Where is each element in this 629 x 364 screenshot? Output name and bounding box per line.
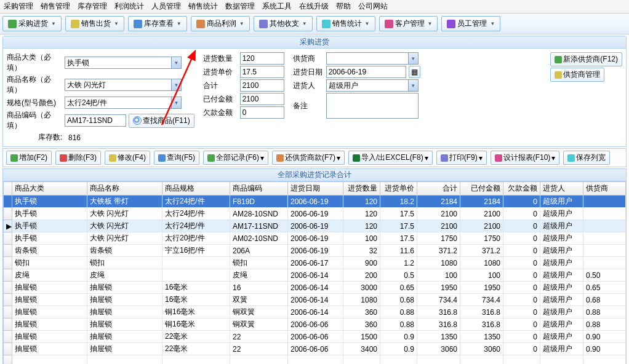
menu-item[interactable]: 公司网站: [358, 1, 388, 12]
calendar-button[interactable]: ▦: [409, 66, 420, 78]
dropdown-icon[interactable]: ▼: [408, 53, 418, 64]
action-bar: 增加(F2)删除(F3)修改(F4)查询(F5)全部记录(F6)▾还供货商款(F…: [2, 148, 627, 167]
menu-item[interactable]: 数据管理: [225, 1, 255, 12]
toolbar-button[interactable]: 销售出货▼: [65, 16, 124, 31]
table-row[interactable]: 抽屉锁抽屉锁铜16毫米铜双簧2006-06-063600.88316.8316.…: [4, 318, 626, 331]
column-header[interactable]: 合计: [417, 182, 460, 196]
table-row[interactable]: ▶执手锁大铁 闪光灯太行24把/件AM17-11SND2006-06-19120…: [4, 220, 626, 232]
dropdown-icon[interactable]: ▼: [171, 97, 181, 108]
chevron-down-icon: ▾: [551, 154, 555, 162]
dropdown-icon[interactable]: ▼: [171, 57, 181, 68]
table-row[interactable]: 执手锁大铁板 带灯太行24把/件F819D2006-06-1912018.221…: [4, 196, 626, 208]
table-row[interactable]: 抽屉锁抽屉锁铜16毫米铜双簧2006-06-143600.88316.8316.…: [4, 306, 626, 318]
add-supplier-button[interactable]: 新添供货商(F12): [550, 52, 622, 66]
action-button[interactable]: 查询(F5): [154, 151, 199, 165]
table-row[interactable]: 皮绳皮绳皮绳2006-06-142000.51001000超级用户0.50: [4, 269, 626, 282]
dropdown-icon[interactable]: ▼: [408, 80, 418, 91]
action-button[interactable]: 还供货商款(F7)▾: [272, 151, 345, 165]
column-header[interactable]: 进货单价: [380, 182, 417, 196]
table-row[interactable]: 齿条锁齿条锁宇立16把/件206A2006-06-193211.6371.237…: [4, 245, 626, 257]
toolbar-icon: [322, 20, 331, 28]
toolbar-icon: [447, 20, 455, 28]
name-select[interactable]: [65, 79, 182, 91]
action-button[interactable]: 导入/出EXCEL(F8)▾: [348, 151, 433, 165]
price-input[interactable]: [240, 66, 284, 78]
action-button[interactable]: 删除(F3): [55, 151, 101, 165]
find-product-button[interactable]: 查找商品(F11): [129, 114, 194, 128]
menu-item[interactable]: 销售管理: [41, 1, 70, 12]
action-button[interactable]: 增加(F2): [6, 151, 52, 165]
chevron-down-icon: ▼: [302, 21, 307, 26]
label-category: 商品大类（必填）: [7, 52, 62, 73]
date-input[interactable]: [326, 66, 406, 78]
toolbar-button[interactable]: 商品利润▼: [191, 16, 250, 31]
column-header[interactable]: 商品编码: [230, 182, 288, 196]
column-header[interactable]: 进货人: [540, 182, 583, 196]
label-supplier: 供货商: [293, 53, 324, 64]
supplier-mgr-button[interactable]: 供货商管理: [550, 68, 604, 82]
menu-item[interactable]: 销售统计: [188, 1, 218, 12]
form-area: 商品大类（必填） ▼ 商品名称（必填） ▼ 规格(型号颜色) ▼ 商品编码（必填…: [2, 49, 627, 147]
toolbar-button[interactable]: 员工管理▼: [441, 16, 500, 31]
column-header[interactable]: 进货数量: [343, 182, 380, 196]
chevron-down-icon: ▼: [428, 21, 433, 26]
action-button[interactable]: 全部记录(F6)▾: [203, 151, 268, 165]
menu-item[interactable]: 库存管理: [78, 1, 107, 12]
action-button[interactable]: 修改(F4): [105, 151, 150, 165]
column-header[interactable]: 已付金额: [460, 182, 503, 196]
table-row[interactable]: 锁扣锁扣锁扣2006-06-179001.2108010800超级用户: [4, 257, 626, 269]
column-header[interactable]: 商品名称: [87, 182, 162, 196]
code-input[interactable]: [65, 114, 126, 127]
label-remark: 备注: [293, 101, 324, 111]
menu-item[interactable]: 在线升级: [299, 1, 329, 12]
dropdown-icon[interactable]: ▼: [171, 79, 181, 90]
table-row[interactable]: 抽屉锁抽屉锁16毫米162006-06-1430000.65195019500超…: [4, 282, 626, 294]
action-icon: [109, 154, 116, 162]
supplier-select[interactable]: [326, 52, 419, 65]
chevron-down-icon: ▼: [490, 21, 495, 26]
column-header[interactable]: 进货日期: [288, 182, 343, 196]
table-row[interactable]: 抽屉锁抽屉锁22毫米222006-06-0615000.9135013500超级…: [4, 331, 626, 343]
menu-item[interactable]: 帮助: [336, 1, 351, 12]
table-row[interactable]: 抽屉锁抽屉锁22毫米222006-06-0634000.9306030600超级…: [4, 343, 626, 355]
paid-input[interactable]: [240, 93, 284, 105]
menu-item[interactable]: 人员管理: [151, 1, 181, 12]
owe-input[interactable]: [240, 106, 284, 119]
toolbar-icon: [385, 20, 393, 28]
action-button[interactable]: 打印(F9)▾: [436, 151, 487, 165]
column-header[interactable]: 供货商: [583, 182, 626, 196]
panel-title: 采购进货: [2, 36, 627, 49]
label-name: 商品名称（必填）: [7, 74, 62, 95]
label-person: 进货人: [293, 81, 324, 91]
remark-input[interactable]: [326, 93, 419, 119]
category-select[interactable]: [65, 57, 182, 69]
records-table[interactable]: 商品大类商品名称商品规格商品编码进货日期进货数量进货单价合计已付金额欠款金额进货…: [3, 181, 626, 364]
table-row[interactable]: 抽屉锁抽屉锁16毫米双簧2006-06-1410800.68734.4734.4…: [4, 294, 626, 306]
action-button[interactable]: 设计报表(F10)▾: [491, 151, 560, 165]
action-icon: [441, 154, 448, 162]
menu-item[interactable]: 系统工具: [262, 1, 292, 12]
toolbar-button[interactable]: 客户管理▼: [379, 16, 438, 31]
menubar: 采购管理销售管理库存管理利润统计人员管理销售统计数据管理系统工具在线升级帮助公司…: [0, 0, 629, 14]
person-select[interactable]: [326, 79, 419, 92]
action-icon: [567, 154, 575, 162]
column-header[interactable]: 商品大类: [12, 182, 87, 196]
main-toolbar: 采购进货▼销售出货▼库存查看▼商品利润▼其他收支▼销售统计▼客户管理▼员工管理▼: [0, 14, 629, 34]
menu-item[interactable]: 采购管理: [4, 1, 33, 12]
column-header[interactable]: 商品规格: [162, 182, 230, 196]
chevron-down-icon: ▼: [239, 21, 244, 26]
toolbar-button[interactable]: 库存查看▼: [128, 16, 187, 31]
total-input[interactable]: [240, 79, 284, 92]
toolbar-button[interactable]: 其他收支▼: [254, 16, 313, 31]
action-button[interactable]: 保存列宽: [563, 151, 610, 165]
chevron-down-icon: ▾: [337, 154, 340, 162]
spec-select[interactable]: [65, 97, 182, 109]
menu-item[interactable]: 利润统计: [114, 1, 144, 12]
toolbar-button[interactable]: 销售统计▼: [316, 16, 375, 31]
column-header[interactable]: 欠款金额: [503, 182, 540, 196]
qty-input[interactable]: [240, 52, 284, 65]
toolbar-icon: [8, 20, 17, 28]
table-row[interactable]: 执手锁大铁 闪光灯太行20把/件AM02-10SND2006-06-191001…: [4, 232, 626, 245]
table-row[interactable]: 执手锁大铁 闪光灯太行24把/件AM28-10SND2006-06-191201…: [4, 208, 626, 220]
toolbar-button[interactable]: 采购进货▼: [2, 16, 62, 31]
